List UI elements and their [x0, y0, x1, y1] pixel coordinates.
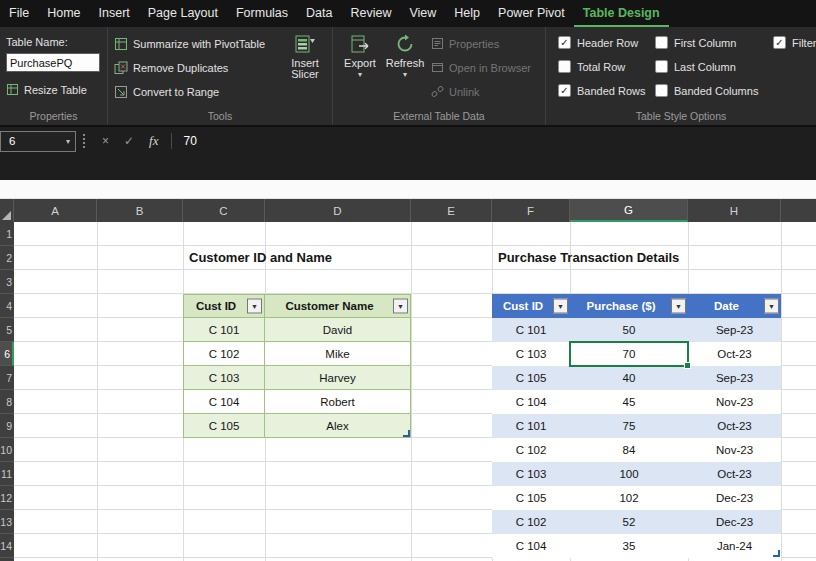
column-header-e[interactable]: E: [411, 199, 492, 222]
menu-home[interactable]: Home: [38, 0, 89, 27]
column-header-h[interactable]: H: [688, 199, 781, 222]
purchase-table-header-purchase[interactable]: Purchase ($) ▼: [570, 294, 688, 318]
menu-insert[interactable]: Insert: [90, 0, 139, 27]
open-in-browser-button[interactable]: Open in Browser: [431, 59, 531, 76]
row-header-11[interactable]: 11: [0, 462, 14, 486]
menu-page-layout[interactable]: Page Layout: [139, 0, 227, 27]
table-cell[interactable]: C 101: [492, 414, 570, 438]
row-header-1[interactable]: 1: [0, 222, 14, 246]
row-header-5[interactable]: 5: [0, 318, 14, 342]
row-header-13[interactable]: 13: [0, 510, 14, 534]
row-header-14[interactable]: 14: [0, 534, 14, 558]
checkbox-first-column[interactable]: First Column: [655, 36, 736, 49]
refresh-button[interactable]: Refresh ▾: [383, 33, 427, 78]
table-cell[interactable]: C 104: [492, 534, 570, 558]
table-cell[interactable]: C 102: [492, 510, 570, 534]
export-button[interactable]: Export ▾: [341, 33, 379, 78]
table-cell[interactable]: 45: [570, 390, 688, 414]
customer-table-header-cust-id[interactable]: Cust ID ▼: [183, 294, 265, 318]
customer-table-header-customer-name[interactable]: Customer Name ▼: [265, 294, 411, 318]
table-cell[interactable]: C 104: [492, 390, 570, 414]
checkbox-last-column[interactable]: Last Column: [655, 60, 736, 73]
column-header-partial[interactable]: [781, 199, 816, 222]
select-all-button[interactable]: [0, 199, 14, 222]
table-cell[interactable]: C 102: [492, 438, 570, 462]
table-resize-handle[interactable]: [773, 550, 780, 557]
table-cell[interactable]: C 103: [183, 366, 265, 390]
table-cell[interactable]: 84: [570, 438, 688, 462]
table-cell[interactable]: Nov-23: [688, 390, 781, 414]
row-header-2[interactable]: 2: [0, 246, 14, 270]
summarize-with-pivottable-button[interactable]: Summarize with PivotTable: [114, 35, 265, 52]
filter-button[interactable]: ▼: [247, 299, 262, 314]
table-cell[interactable]: David: [265, 318, 411, 342]
formula-bar-splitter[interactable]: [83, 134, 87, 148]
name-box[interactable]: 6 ▾: [0, 131, 76, 152]
filter-button[interactable]: ▼: [764, 299, 779, 314]
table-cell[interactable]: C 101: [492, 318, 570, 342]
table-cell[interactable]: 50: [570, 318, 688, 342]
table-cell[interactable]: C 101: [183, 318, 265, 342]
column-header-a[interactable]: A: [14, 199, 97, 222]
table-cell[interactable]: Sep-23: [688, 366, 781, 390]
column-header-c[interactable]: C: [183, 199, 265, 222]
selected-cell[interactable]: 70: [570, 342, 688, 366]
table-cell[interactable]: 100: [570, 462, 688, 486]
resize-table-button[interactable]: Resize Table: [6, 81, 87, 98]
table-cell[interactable]: 102: [570, 486, 688, 510]
purchase-table-header-date[interactable]: Date ▼: [688, 294, 781, 318]
row-header-9[interactable]: 9: [0, 414, 14, 438]
column-header-f[interactable]: F: [492, 199, 570, 222]
unlink-button[interactable]: Unlink: [431, 83, 480, 100]
formula-input[interactable]: 70: [183, 134, 196, 148]
table-cell[interactable]: Oct-23: [688, 414, 781, 438]
table-cell[interactable]: C 103: [492, 342, 570, 366]
menu-help[interactable]: Help: [445, 0, 489, 27]
column-header-d[interactable]: D: [265, 199, 411, 222]
checkbox-total-row[interactable]: Total Row: [558, 60, 625, 73]
menu-data[interactable]: Data: [297, 0, 341, 27]
row-header-12[interactable]: 12: [0, 486, 14, 510]
menu-formulas[interactable]: Formulas: [227, 0, 297, 27]
filter-button[interactable]: ▼: [671, 299, 686, 314]
table-cell[interactable]: C 105: [183, 414, 265, 438]
row-header-8[interactable]: 8: [0, 390, 14, 414]
table-cell[interactable]: Dec-23: [688, 486, 781, 510]
remove-duplicates-button[interactable]: Remove Duplicates: [114, 59, 228, 76]
table-cell[interactable]: Dec-23: [688, 510, 781, 534]
row-header-7[interactable]: 7: [0, 366, 14, 390]
insert-slicer-button[interactable]: Insert Slicer: [282, 33, 328, 80]
checkbox-banded-columns[interactable]: Banded Columns: [655, 84, 758, 97]
table-cell[interactable]: C 105: [492, 366, 570, 390]
table-cell[interactable]: Harvey: [265, 366, 411, 390]
table-cell[interactable]: 35: [570, 534, 688, 558]
table-cell[interactable]: Robert: [265, 390, 411, 414]
table-cell[interactable]: Oct-23: [688, 462, 781, 486]
row-header-3[interactable]: 3: [0, 270, 14, 294]
table-cell[interactable]: Nov-23: [688, 438, 781, 462]
table-cell[interactable]: C 104: [183, 390, 265, 414]
table-name-input[interactable]: [6, 53, 100, 72]
column-header-b[interactable]: B: [97, 199, 183, 222]
table-cell[interactable]: Jan-24: [688, 534, 781, 558]
checkbox-banded-rows[interactable]: ✓ Banded Rows: [558, 84, 646, 97]
table-cell[interactable]: 52: [570, 510, 688, 534]
tab-table-design[interactable]: Table Design: [574, 0, 669, 27]
row-header-6-selected[interactable]: 6: [0, 342, 14, 366]
table-cell[interactable]: Alex: [265, 414, 411, 438]
table-resize-handle[interactable]: [403, 430, 410, 437]
table-cell[interactable]: 40: [570, 366, 688, 390]
table-cell[interactable]: C 103: [492, 462, 570, 486]
convert-to-range-button[interactable]: Convert to Range: [114, 83, 219, 100]
filter-button[interactable]: ▼: [553, 299, 568, 314]
table-properties-button[interactable]: Properties: [431, 35, 499, 52]
purchase-table-header-cust-id[interactable]: Cust ID ▼: [492, 294, 570, 318]
menu-review[interactable]: Review: [341, 0, 400, 27]
table-cell[interactable]: 75: [570, 414, 688, 438]
menu-file[interactable]: File: [0, 0, 38, 27]
menu-view[interactable]: View: [400, 0, 445, 27]
column-header-g-selected[interactable]: G: [570, 199, 688, 222]
table-cell[interactable]: Oct-23: [688, 342, 781, 366]
table-cell[interactable]: Mike: [265, 342, 411, 366]
checkbox-filter[interactable]: ✓ Filter: [773, 36, 816, 49]
